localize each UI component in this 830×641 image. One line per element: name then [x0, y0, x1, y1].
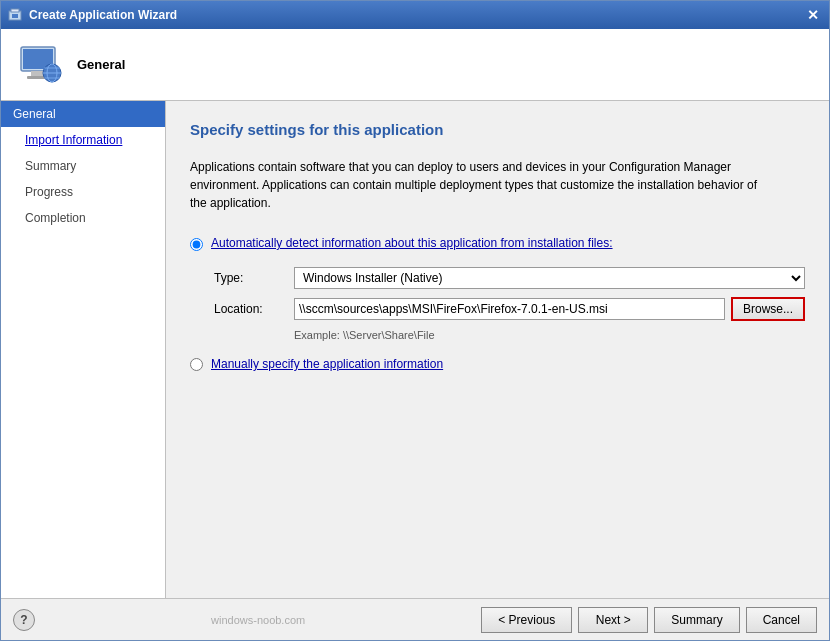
wizard-footer: ? windows-noob.com < Previous Next > Sum…: [1, 598, 829, 640]
location-row: Location: Browse...: [214, 297, 805, 321]
sidebar-item-general[interactable]: General: [1, 101, 165, 127]
title-text: Create Application Wizard: [29, 8, 177, 22]
sidebar: General Import Information Summary Progr…: [1, 101, 166, 598]
cancel-button[interactable]: Cancel: [746, 607, 817, 633]
type-select[interactable]: Windows Installer (Native): [294, 267, 805, 289]
computer-icon: [17, 41, 65, 89]
svg-rect-2: [12, 14, 18, 18]
field-grid: Type: Windows Installer (Native) Locatio…: [214, 267, 805, 341]
radio-auto[interactable]: [190, 238, 203, 251]
summary-button[interactable]: Summary: [654, 607, 739, 633]
example-text: Example: \\Server\Share\File: [294, 329, 805, 341]
type-row: Type: Windows Installer (Native): [214, 267, 805, 289]
wizard-window: Create Application Wizard ✕ General: [0, 0, 830, 641]
location-label: Location:: [214, 302, 294, 316]
footer-right: < Previous Next > Summary Cancel: [481, 607, 817, 633]
wizard-content: General Import Information Summary Progr…: [1, 101, 829, 598]
type-label: Type:: [214, 271, 294, 285]
next-button[interactable]: Next >: [578, 607, 648, 633]
browse-button[interactable]: Browse...: [731, 297, 805, 321]
close-button[interactable]: ✕: [803, 5, 823, 25]
radio-manual-option: Manually specify the application informa…: [190, 357, 805, 371]
radio-auto-label[interactable]: Automatically detect information about t…: [211, 236, 613, 250]
description: Applications contain software that you c…: [190, 158, 770, 212]
type-input-wrapper: Windows Installer (Native): [294, 267, 805, 289]
sidebar-item-progress[interactable]: Progress: [1, 179, 165, 205]
watermark: windows-noob.com: [211, 614, 305, 626]
wizard-header-title: General: [77, 57, 125, 72]
radio-manual[interactable]: [190, 358, 203, 371]
main-title: Specify settings for this application: [190, 121, 805, 138]
help-button[interactable]: ?: [13, 609, 35, 631]
sidebar-item-summary[interactable]: Summary: [1, 153, 165, 179]
location-input-wrapper: Browse...: [294, 297, 805, 321]
sidebar-item-import-information[interactable]: Import Information: [1, 127, 165, 153]
main-content: Specify settings for this application Ap…: [166, 101, 829, 598]
radio-group: Automatically detect information about t…: [190, 236, 805, 371]
window-body: General General Import Information Summa…: [1, 29, 829, 640]
title-bar: Create Application Wizard ✕: [1, 1, 829, 29]
location-input[interactable]: [294, 298, 725, 320]
radio-auto-option: Automatically detect information about t…: [190, 236, 805, 251]
radio-manual-label[interactable]: Manually specify the application informa…: [211, 357, 443, 371]
svg-rect-1: [11, 9, 19, 12]
prev-button[interactable]: < Previous: [481, 607, 572, 633]
sidebar-item-completion[interactable]: Completion: [1, 205, 165, 231]
title-bar-left: Create Application Wizard: [7, 7, 177, 23]
footer-left: ?: [13, 609, 35, 631]
wizard-title-icon: [7, 7, 23, 23]
wizard-header: General: [1, 29, 829, 101]
